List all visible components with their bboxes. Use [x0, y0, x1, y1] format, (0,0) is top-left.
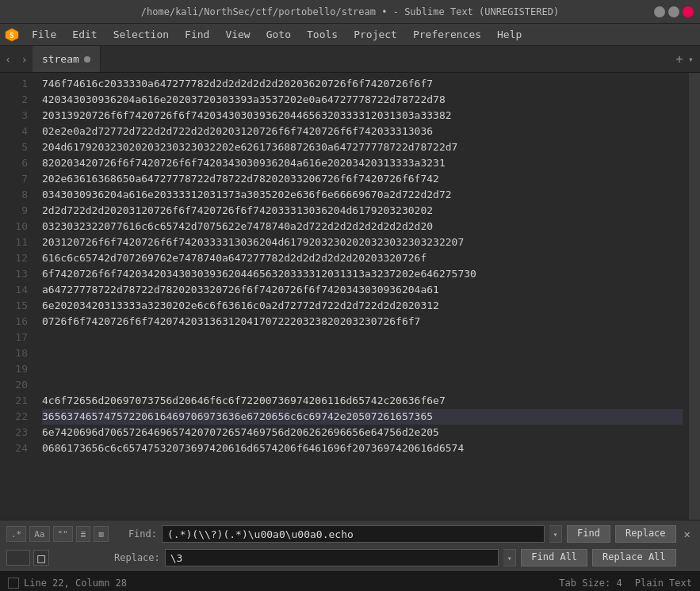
code-line: 820203420726f6f7420726f6f742034303093620… [42, 155, 683, 171]
tab-next[interactable]: › [16, 46, 32, 72]
menu-preferences[interactable]: Preferences [405, 25, 489, 44]
ab-toggle[interactable] [6, 550, 30, 566]
find-options: .* Aa "" ≣ ⊠ [6, 526, 109, 542]
line-number: 19 [0, 361, 28, 377]
code-line: 0686173656c6c65747532073697420616d657420… [42, 440, 683, 456]
window-controls [654, 6, 694, 17]
code-line: 2d2d722d2d20203120726f6f7420726f6f742033… [42, 203, 683, 219]
window-title: /home/kali/NorthSec/ctf/portobello/strea… [141, 6, 559, 17]
menu-file[interactable]: File [24, 25, 64, 44]
line-number: 4 [0, 124, 28, 139]
menu-selection[interactable]: Selection [105, 25, 177, 44]
tab-size[interactable]: Tab Size: 4 [559, 578, 622, 589]
menu-view[interactable]: View [217, 25, 258, 44]
statusbar: Line 22, Column 28 Tab Size: 4 Plain Tex… [0, 571, 700, 591]
menu-goto[interactable]: Goto [258, 25, 299, 44]
scrollbar[interactable] [689, 73, 700, 520]
line-numbers: 123456789101112131415161718192021222324 [0, 73, 36, 520]
find-dropdown[interactable]: ▾ [549, 525, 562, 543]
line-number: 3 [0, 108, 28, 124]
line-number: 6 [0, 155, 28, 171]
tab-dropdown-button[interactable]: ▾ [688, 54, 694, 65]
code-line: 204d617920323020203230323032202e62617368… [42, 139, 683, 155]
status-checkbox[interactable] [8, 578, 19, 589]
code-line: 6f7420726f6f7420342034303039362044656320… [42, 266, 683, 282]
line-number: 13 [0, 266, 28, 282]
app-icon: S [3, 26, 21, 44]
add-tab-button[interactable]: + [675, 51, 683, 67]
replace-all-button[interactable]: Replace All [592, 549, 675, 566]
regex-option[interactable]: .* [6, 526, 26, 542]
wrap-option[interactable]: ⊠ [94, 526, 109, 542]
tab-prev[interactable]: ‹ [0, 46, 16, 72]
findbar: .* Aa "" ≣ ⊠ Find: ▾ Find Replace ✕ □ Re… [0, 520, 700, 571]
tab-stream[interactable]: stream [33, 46, 101, 72]
replace-dropdown[interactable]: ▾ [503, 549, 516, 566]
case-option[interactable]: Aa [29, 526, 49, 542]
code-line [42, 330, 683, 345]
selection-option[interactable]: ≣ [76, 526, 91, 542]
code-line: 36563746574757220616469706973636e6720656… [42, 409, 683, 425]
code-line: 02e2e0a2d72772d722d2d722d2d20203120726f6… [42, 124, 683, 139]
code-line: 616c6c65742d707269762e7478740a647277782d… [42, 250, 683, 266]
menubar: S File Edit Selection Find View Goto Too… [0, 24, 700, 46]
code-content[interactable]: 746f74616c2033330a647277782d2d2d2d2d2d20… [36, 73, 689, 520]
preserve-case-option[interactable]: □ [33, 550, 49, 566]
line-number: 9 [0, 203, 28, 219]
svg-text:S: S [10, 32, 13, 40]
replace-button[interactable]: Replace [615, 525, 676, 543]
code-line: 4c6f72656d20697073756d20646f6c6f72200736… [42, 393, 683, 409]
line-number: 10 [0, 219, 28, 234]
replace-label: Replace: [114, 552, 160, 563]
find-all-button[interactable]: Find All [521, 549, 587, 566]
line-number: 18 [0, 345, 28, 361]
replace-input[interactable] [165, 549, 499, 566]
maximize-button[interactable] [668, 6, 679, 17]
code-line [42, 377, 683, 393]
line-number: 12 [0, 250, 28, 266]
replace-row: □ Replace: ▾ Find All Replace All ✕ [6, 547, 694, 568]
find-row: .* Aa "" ≣ ⊠ Find: ▾ Find Replace ✕ [6, 524, 694, 544]
close-findbar[interactable]: ✕ [681, 528, 694, 540]
menu-edit[interactable]: Edit [64, 25, 105, 44]
code-line: 0343030936204a616e20333312031373a3035202… [42, 187, 683, 203]
tab-actions: + ▾ [669, 46, 700, 72]
code-line [42, 361, 683, 377]
line-number: 15 [0, 298, 28, 314]
minimap[interactable] [689, 73, 700, 520]
code-line: 0323032322077616c6c65742d7075622e7478740… [42, 219, 683, 234]
status-right: Tab Size: 4 Plain Text [559, 578, 692, 589]
line-number: 1 [0, 76, 28, 92]
line-number: 2 [0, 92, 28, 108]
menu-help[interactable]: Help [489, 25, 530, 44]
find-button[interactable]: Find [567, 525, 610, 543]
line-number: 17 [0, 330, 28, 345]
close-button[interactable] [683, 6, 694, 17]
menu-project[interactable]: Project [346, 25, 405, 44]
line-number: 5 [0, 139, 28, 155]
tabbar: ‹ › stream + ▾ [0, 46, 700, 73]
tab-label: stream [42, 53, 79, 65]
line-number: 14 [0, 282, 28, 298]
line-number: 7 [0, 171, 28, 187]
code-line: 6e7420696d70657264696574207072657469756d… [42, 425, 683, 440]
minimize-button[interactable] [654, 6, 665, 17]
line-number: 11 [0, 234, 28, 250]
code-line: 203120726f6f7420726f6f7420333313036204d6… [42, 234, 683, 250]
line-number: 22 [0, 409, 28, 425]
cursor-position: Line 22, Column 28 [24, 578, 127, 589]
status-left: Line 22, Column 28 [8, 578, 127, 589]
tab-modified-dot [84, 56, 90, 63]
menu-find[interactable]: Find [177, 25, 217, 44]
line-number: 21 [0, 393, 28, 409]
line-number: 24 [0, 440, 28, 456]
editor-area: 123456789101112131415161718192021222324 … [0, 73, 700, 520]
syntax-label[interactable]: Plain Text [635, 578, 692, 589]
line-number: 16 [0, 314, 28, 330]
code-line [42, 345, 683, 361]
find-input[interactable] [162, 525, 545, 543]
code-line: 420343030936204a616e20203720303393a35372… [42, 92, 683, 108]
menu-tools[interactable]: Tools [299, 25, 346, 44]
word-option[interactable]: "" [53, 526, 73, 542]
line-number: 20 [0, 377, 28, 393]
